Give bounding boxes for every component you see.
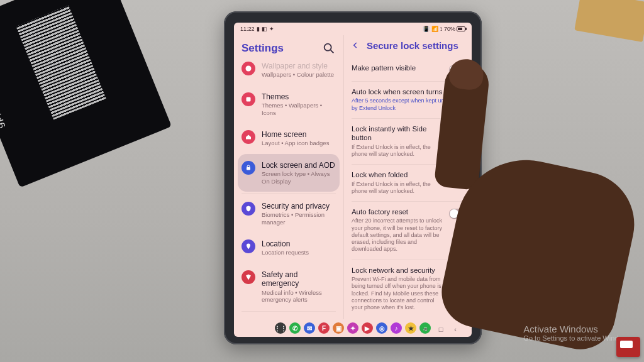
signal-icon: ⟟ <box>440 26 442 33</box>
category-safety[interactable]: Safety and emergency Medical info • Wire… <box>234 263 343 310</box>
notif-icon: ✦ <box>269 26 274 32</box>
svg-rect-4 <box>247 167 250 170</box>
category-sub: Wallpapers • Colour palette <box>262 71 336 78</box>
channel-logo <box>616 337 640 357</box>
recents-button[interactable]: ≡ <box>423 326 427 333</box>
row-sub: If Extend Unlock is in effect, the phone… <box>352 181 444 195</box>
search-button[interactable] <box>322 41 336 55</box>
category-wallpaper[interactable]: Wallpaper and style Wallpapers • Colour … <box>234 62 343 85</box>
apps-icon[interactable]: ⋮⋮ <box>275 322 286 334</box>
app-icon[interactable]: ★ <box>405 322 416 334</box>
category-sub: Themes • Wallpapers • Icons <box>262 102 336 116</box>
row-title: Lock network and security <box>352 266 444 275</box>
svg-rect-3 <box>247 97 251 101</box>
nav-bar: ≡ □ ‹ <box>423 326 457 333</box>
toggle-auto-factory-reset[interactable] <box>449 209 467 219</box>
row-sub: If Extend Unlock is in effect, the phone… <box>352 144 444 158</box>
row-title: Auto lock when screen turns off <box>352 87 467 96</box>
music-icon[interactable]: ♪ <box>391 322 402 334</box>
home-icon <box>242 130 255 144</box>
row-sub: Prevent Wi-Fi and mobile data from being… <box>352 276 444 311</box>
phone-frame: 11:22 ▮ ◧ ✦ 📳 📶 ⟟ 70% Settings <box>224 11 482 344</box>
category-home-screen[interactable]: Home screen Layout • App icon badges <box>234 123 343 154</box>
row-auto-lock[interactable]: Auto lock when screen turns off After 5 … <box>350 82 468 118</box>
row-sub: After 20 incorrect attempts to unlock yo… <box>352 217 444 253</box>
messages-icon[interactable]: ✉ <box>304 322 315 334</box>
svg-line-1 <box>331 50 334 53</box>
row-title: Lock when folded <box>352 170 444 179</box>
lock-icon <box>242 161 255 175</box>
detail-title: Secure lock settings <box>367 40 458 51</box>
wifi-icon: 📶 <box>431 26 438 32</box>
battery-indicator: 70% <box>444 26 465 32</box>
toggle-lock-instantly[interactable] <box>449 126 467 136</box>
product-box-label: Galaxy Z Fold6 <box>0 55 8 131</box>
phone-app-icon[interactable]: ✆ <box>289 322 301 334</box>
row-make-pattern-visible[interactable]: Make pattern visible <box>350 58 468 81</box>
category-sub: Layout • App icon badges <box>262 140 336 146</box>
app-icon[interactable]: ✦ <box>347 322 358 334</box>
category-sub: Screen lock type • Always On Display <box>262 170 336 185</box>
location-icon <box>242 239 255 253</box>
row-sub: After 5 seconds except when kept unlocke… <box>352 97 467 112</box>
category-sub: Biometrics • Permission manager <box>262 211 336 226</box>
home-button[interactable]: □ <box>439 326 443 333</box>
row-lock-when-folded[interactable]: Lock when folded If Extend Unlock is in … <box>350 165 468 201</box>
settings-detail-pane: Secure lock settings Make pattern visibl… <box>343 35 472 319</box>
app-icon[interactable]: F <box>318 322 330 334</box>
svg-point-0 <box>325 44 331 51</box>
settings-title: Settings <box>242 42 284 55</box>
toggle-pattern-visible[interactable] <box>449 65 467 75</box>
divider <box>242 311 336 312</box>
settings-master-pane: Settings Wallpaper and style Wallpapers … <box>234 35 343 319</box>
search-icon <box>322 41 336 55</box>
row-title: Lock instantly with Side button <box>352 124 444 143</box>
category-title: Home screen <box>262 130 336 139</box>
category-title: Location <box>262 239 336 248</box>
category-title: Themes <box>262 92 336 101</box>
category-lock-screen[interactable]: Lock screen and AOD Screen lock type • A… <box>238 154 340 192</box>
row-lock-network[interactable]: Lock network and security Prevent Wi-Fi … <box>350 260 468 318</box>
category-title: Security and privacy <box>262 202 336 211</box>
category-themes[interactable]: Themes Themes • Wallpapers • Icons <box>234 85 343 123</box>
divider <box>242 193 336 194</box>
notif-icon: ▮ <box>257 26 260 32</box>
svg-point-2 <box>246 66 252 72</box>
category-title: Safety and emergency <box>262 270 336 288</box>
category-accounts[interactable]: Accounts and backup Manage accounts • Sm… <box>234 313 343 319</box>
category-title: Lock screen and AOD <box>262 161 336 170</box>
category-sub: Medical info • Wireless emergency alerts <box>262 289 336 304</box>
row-auto-factory-reset[interactable]: Auto factory reset After 20 incorrect at… <box>350 202 468 260</box>
shield-icon <box>242 202 255 216</box>
notif-icon: ◧ <box>262 26 267 32</box>
category-sub: Location requests <box>262 249 336 256</box>
category-location[interactable]: Location Location requests <box>234 233 343 263</box>
safety-icon <box>242 270 255 284</box>
barcode <box>16 6 106 120</box>
palette-icon <box>242 62 255 75</box>
themes-icon <box>242 92 255 106</box>
app-icon[interactable]: ▣ <box>333 322 344 334</box>
toggle-lock-folded[interactable] <box>449 172 467 182</box>
status-bar: 11:22 ▮ ◧ ✦ 📳 📶 ⟟ 70% <box>234 23 472 35</box>
app-icon[interactable]: ▶ <box>362 322 373 334</box>
row-title: Make pattern visible <box>352 63 444 72</box>
clock: 11:22 <box>240 26 255 32</box>
row-lock-instantly[interactable]: Lock instantly with Side button If Exten… <box>350 119 468 164</box>
toggle-lock-network[interactable] <box>449 267 467 277</box>
app-icon[interactable]: ◎ <box>376 322 387 334</box>
back-button[interactable] <box>349 39 362 52</box>
vibrate-icon: 📳 <box>423 26 430 32</box>
row-title: Auto factory reset <box>352 207 444 216</box>
category-security[interactable]: Security and privacy Biometrics • Permis… <box>234 195 343 233</box>
back-nav-button[interactable]: ‹ <box>454 326 457 333</box>
category-title: Wallpaper and style <box>262 62 336 70</box>
chevron-left-icon <box>351 41 360 50</box>
